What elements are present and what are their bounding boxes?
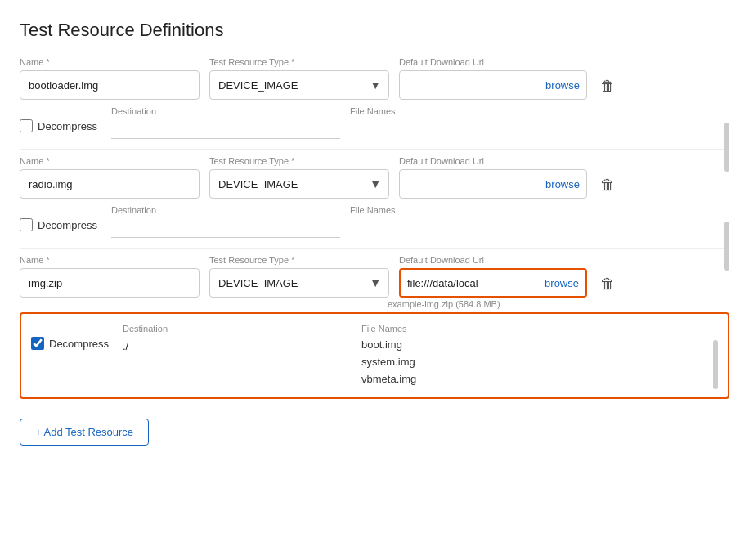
url-label-0: Default Download Url [399,57,587,67]
resource-block-1: Name *Test Resource Type *DEVICE_IMAGEDE… [20,156,729,249]
type-select-1[interactable]: DEVICE_IMAGEDEVICE_CONFIGOTA_PACKAGE [209,169,389,199]
destination-label-0: Destination [111,106,340,116]
url-label-1: Default Download Url [399,156,587,166]
name-label-2: Name * [20,255,200,265]
destination-area-1: Destination [111,205,340,238]
resource-bottom-row-1: DecompressDestinationFile Names [20,202,729,241]
url-input-0[interactable] [406,79,545,92]
destination-label-2: Destination [123,324,352,334]
filenames-label-0: File Names [350,106,729,116]
resource-top-row-1: Name *Test Resource Type *DEVICE_IMAGEDE… [20,156,729,199]
browse-link-1[interactable]: browse [545,178,580,190]
resource-bottom-row-2: DecompressDestinationFile Namesboot.imgs… [20,312,729,399]
name-group-0: Name * [20,57,200,100]
decompress-row-1: Decompress [20,218,97,231]
destination-input-0[interactable] [111,119,340,139]
destination-input-2[interactable] [123,337,352,356]
decompress-checkbox-0[interactable] [20,119,33,132]
decompress-area-2: Decompress [31,324,113,350]
url-wrapper-2: browse [399,268,587,298]
section-separator [20,248,729,249]
add-test-resource-button[interactable]: + Add Test Resource [20,419,149,446]
name-input-0[interactable] [20,70,200,100]
type-label-2: Test Resource Type * [209,255,389,265]
delete-button-1[interactable]: 🗑 [597,173,618,197]
url-group-1: Default Download Urlbrowse [399,156,587,199]
destination-input-1[interactable] [111,218,340,238]
url-wrapper-1: browse [399,169,587,199]
scroll-indicator-1[interactable] [724,222,729,271]
delete-button-2[interactable]: 🗑 [597,272,618,296]
decompress-row-0: Decompress [20,119,97,132]
delete-button-0[interactable]: 🗑 [597,74,618,98]
type-select-wrapper-2[interactable]: DEVICE_IMAGEDEVICE_CONFIGOTA_PACKAGE▼ [209,268,389,298]
resource-block-0: Name *Test Resource Type *DEVICE_IMAGEDE… [20,57,729,150]
destination-area-0: Destination [111,106,340,139]
browse-link-2[interactable]: browse [545,277,579,289]
destination-label-1: Destination [111,205,340,215]
page-title: Test Resource Definitions [20,20,729,41]
name-group-2: Name * [20,255,200,298]
resource-block-2: Name *Test Resource Type *DEVICE_IMAGEDE… [20,255,729,399]
filenames-area-0: File Names [350,106,729,119]
resource-bottom-row-0: DecompressDestinationFile Names [20,103,729,142]
decompress-checkbox-1[interactable] [20,218,33,231]
url-input-2[interactable] [407,277,545,289]
decompress-label-2: Decompress [49,338,109,350]
name-label-0: Name * [20,57,200,67]
decompress-checkbox-2[interactable] [31,337,44,350]
decompress-label-1: Decompress [38,219,97,231]
decompress-area-1: Decompress [20,205,101,231]
url-wrapper-0: browse [399,70,587,100]
filenames-label-1: File Names [350,205,729,215]
type-group-2: Test Resource Type *DEVICE_IMAGEDEVICE_C… [209,255,389,298]
url-group-0: Default Download Urlbrowse [399,57,587,100]
decompress-label-0: Decompress [38,120,97,132]
resource-top-row-0: Name *Test Resource Type *DEVICE_IMAGEDE… [20,57,729,100]
type-select-wrapper-0[interactable]: DEVICE_IMAGEDEVICE_CONFIGOTA_PACKAGE▼ [209,70,389,100]
type-label-1: Test Resource Type * [209,156,389,166]
resource-top-row-2: Name *Test Resource Type *DEVICE_IMAGEDE… [20,255,729,298]
name-group-1: Name * [20,156,200,199]
section-separator [20,149,729,150]
url-label-2: Default Download Url [399,255,587,265]
name-label-1: Name * [20,156,200,166]
type-group-1: Test Resource Type *DEVICE_IMAGEDEVICE_C… [209,156,389,199]
scroll-indicator-2[interactable] [713,340,718,389]
type-group-0: Test Resource Type *DEVICE_IMAGEDEVICE_C… [209,57,389,100]
filenames-area-2: File Namesboot.imgsystem.imgvbmeta.img [361,324,718,388]
file-hint-2: example-img.zip (584.8 MB) [388,299,729,309]
decompress-area-0: Decompress [20,106,101,132]
filename-item: system.img [361,354,718,371]
type-select-2[interactable]: DEVICE_IMAGEDEVICE_CONFIGOTA_PACKAGE [209,268,389,298]
name-input-1[interactable] [20,169,200,199]
type-label-0: Test Resource Type * [209,57,389,67]
filenames-area-1: File Names [350,205,729,218]
type-select-0[interactable]: DEVICE_IMAGEDEVICE_CONFIGOTA_PACKAGE [209,70,389,100]
scroll-indicator-0[interactable] [724,123,729,172]
destination-area-2: Destination [123,324,352,356]
url-input-1[interactable] [406,178,545,190]
filenames-list-2: boot.imgsystem.imgvbmeta.img [361,337,718,388]
filename-item: boot.img [361,337,718,354]
name-input-2[interactable] [20,268,200,298]
url-group-2: Default Download Urlbrowse [399,255,587,298]
type-select-wrapper-1[interactable]: DEVICE_IMAGEDEVICE_CONFIGOTA_PACKAGE▼ [209,169,389,199]
resources-container: Name *Test Resource Type *DEVICE_IMAGEDE… [20,57,729,399]
decompress-row-2: Decompress [31,337,109,350]
filenames-label-2: File Names [361,324,718,334]
filename-item: vbmeta.img [361,371,718,388]
browse-link-0[interactable]: browse [545,79,580,92]
